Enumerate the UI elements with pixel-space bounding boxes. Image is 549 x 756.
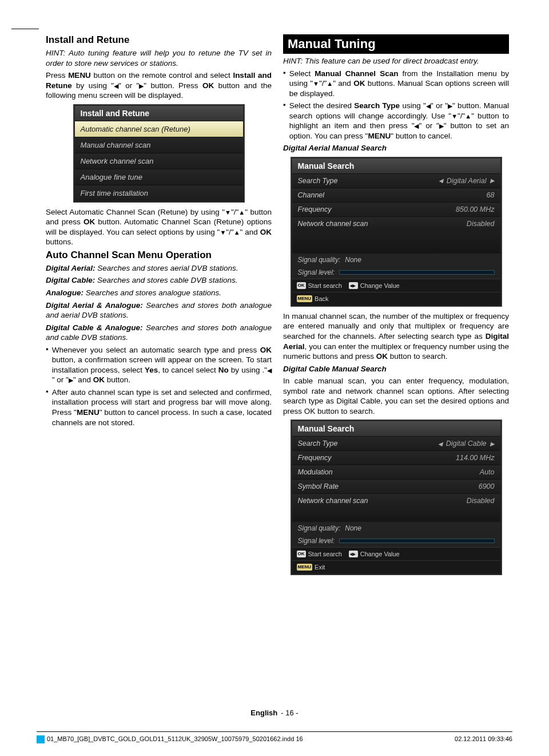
tv-row: ModulationAuto [292,465,500,479]
bullet-item: • Whenever you select an automatic searc… [46,345,272,385]
hint-text: HINT: Auto tuning feature will help you … [46,48,272,68]
left-column: Install and Retune HINT: Auto tuning fea… [46,34,272,580]
tv-button-row: OKStart search ◂▸Change Value [292,547,500,560]
hint-text: HINT: This feature can be used for direc… [283,56,509,66]
tv-signal-quality: Signal quality:None [292,254,500,266]
screenshot-install-retune: Install and Retune Automatic channel sca… [73,104,245,203]
section-heading: Install and Retune [46,34,272,46]
screenshot-manual-search-cable: Manual Search Search Type◀Digital Cable▶… [291,419,502,575]
tv-menu-item: Manual channel scan [75,137,243,153]
tv-menu-title: Manual Search [292,159,500,173]
crop-mark [11,29,39,29]
tv-row: Network channel scanDisabled [292,493,500,508]
paragraph: In cable manual scan, you can enter freq… [283,376,509,416]
section-heading-bar: Manual Tuning [283,34,509,54]
tv-row: Search Type◀Digital Aerial▶ [292,173,500,188]
meta-date: 02.12.2011 09:33:46 [455,735,512,743]
tv-menu-item: Network channel scan [75,153,243,169]
bullet-item: • Select Manual Channel Scan from the In… [283,69,509,99]
paragraph: Digital Aerial: Searches and stores aeri… [46,263,272,274]
tv-row: Symbol Rate6900 [292,479,500,493]
tv-button-row: MENUExit [292,560,500,573]
paragraph: Select Automatic Channel Scan (Retune) b… [46,207,272,247]
tv-menu-title: Install and Retune [75,106,243,121]
tv-menu-item: Automatic channel scan (Retune) [75,121,243,137]
page-footer: English- 16 - [0,708,549,717]
paragraph: Analogue: Searches and stores analogue s… [46,288,272,298]
tv-menu-title: Manual Search [292,421,500,436]
paragraph: In manual channel scan, the number of th… [283,311,509,362]
bullet-item: • After auto channel scan type is set an… [46,387,272,428]
sub-heading: Digital Cable Manual Search [283,364,509,374]
tv-menu-item: First time installation [75,185,243,201]
print-meta: 01_MB70_[GB]_DVBTC_GOLD_GOLD11_5112UK_32… [37,731,512,743]
tv-signal-level: Signal level: [292,266,500,279]
paragraph: Digital Cable & Analogue: Searches and s… [46,323,272,343]
bullet-item: • Select the desired Search Type using "… [283,101,509,141]
screenshot-manual-search-aerial: Manual Search Search Type◀Digital Aerial… [291,157,502,307]
tv-menu-item: Analogue fine tune [75,169,243,185]
tv-button-row: OKStart search ◂▸Change Value [292,279,500,292]
sub-heading: Digital Aerial Manual Search [283,143,509,153]
tv-row: Frequency114.00 MHz [292,450,500,465]
meta-file: 01_MB70_[GB]_DVBTC_GOLD_GOLD11_5112UK_32… [47,735,303,742]
paragraph: Press MENU button on the remote control … [46,70,272,101]
print-mark-icon [37,735,45,743]
tv-row: Channel68 [292,188,500,202]
tv-row: Network channel scanDisabled [292,216,500,231]
tv-signal-level: Signal level: [292,535,500,547]
tv-row: Frequency850.00 MHz [292,202,500,216]
tv-signal-quality: Signal quality:None [292,522,500,535]
tv-row: Search Type◀Digital Cable▶ [292,436,500,450]
paragraph: Digital Aerial & Analogue: Searches and … [46,300,272,320]
tv-button-row: MENUBack [292,292,500,305]
paragraph: Digital Cable: Searches and stores cable… [46,275,272,286]
section-heading: Auto Channel Scan Menu Operation [46,250,272,261]
right-column: Manual Tuning HINT: This feature can be … [283,34,509,580]
